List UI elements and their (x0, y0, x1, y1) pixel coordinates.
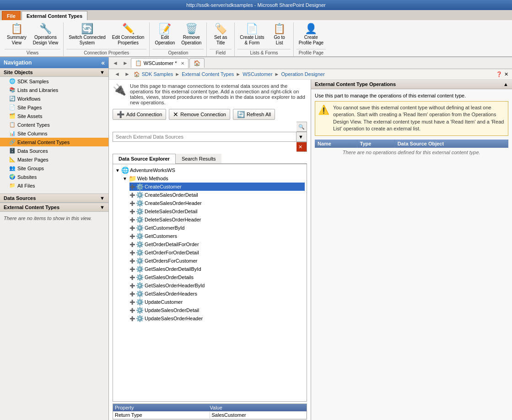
go-to-list-icon: 📋 (273, 24, 286, 34)
sidebar-item-label: Workflows (17, 96, 41, 102)
ext-content-types-section-header[interactable]: External Content Types ▼ (0, 203, 108, 212)
tree-web-methods[interactable]: ▼ 📁 Web Methods (122, 174, 305, 183)
remove-connection-btn[interactable]: ✕ Remove Connection (169, 109, 230, 120)
tree-create-customer-label: CreateCustomer (145, 184, 182, 189)
breadcrumb-external-content-types[interactable]: External Content Types (182, 71, 234, 77)
sidebar-item-all-files[interactable]: 📁 All Files (0, 181, 108, 190)
sidebar-collapse-btn[interactable]: « (101, 59, 105, 66)
breadcrumb-sdk-samples[interactable]: SDK Samples (142, 71, 173, 77)
wscustomer-tab-close[interactable]: ✕ (181, 61, 184, 66)
sidebar-item-external-content-types[interactable]: 🔗 External Content Types (0, 138, 108, 146)
data-sources-section-header[interactable]: Data Sources ▼ (0, 194, 108, 203)
tree-item-update-sales-order-header[interactable]: ➕ ⚙️ UpdateSalesOrderHeader (129, 314, 305, 323)
tree-create-customer-toggle[interactable]: ➕ (129, 184, 135, 189)
sidebar-item-lists-libraries[interactable]: 📚 Lists and Libraries (0, 86, 108, 94)
breadcrumb-operation-designer[interactable]: Operation Designer (281, 71, 325, 77)
btn-go-to-list[interactable]: 📋 Go toList (269, 22, 291, 47)
title-text: http://ssdk-server/sdksamples - Microsof… (186, 2, 325, 8)
sidebar-item-master-pages[interactable]: 📐 Master Pages (0, 155, 108, 164)
search-dropdown-btn[interactable]: ▼ (296, 132, 307, 142)
switch-connected-icon: 🔄 (81, 24, 93, 34)
sidebar-item-site-pages[interactable]: 📄 Site Pages (0, 103, 108, 112)
site-objects-header[interactable]: Site Objects ▼ (0, 68, 108, 77)
tree-item-create-customer[interactable]: ➕ ⚙️ CreateCustomer (129, 183, 305, 191)
tree-item-delete-sales-order-detail[interactable]: ➕ ⚙️ DeleteSalesOrderDetail (129, 207, 305, 215)
tree-item-create-sales-order-header[interactable]: ➕ ⚙️ CreateSalesOrderHeader (129, 199, 305, 207)
tree-toggle[interactable]: ➕ (129, 193, 135, 198)
tab-home[interactable]: 🏠 (189, 58, 205, 68)
sidebar-item-sdk-samples[interactable]: 🌐 SDK Samples (0, 77, 108, 86)
sidebar-item-site-columns[interactable]: 📊 Site Columns (0, 129, 108, 138)
tree-item-get-customer-by-id[interactable]: ➕ ⚙️ GetCustomerById (129, 224, 305, 232)
tree-item-update-customer[interactable]: ➕ ⚙️ UpdateCustomer (129, 298, 305, 306)
btn-set-as-title[interactable]: 🏷️ Set asTitle (210, 22, 232, 47)
btn-create-lists-form[interactable]: 📄 Create Lists& Form (237, 22, 266, 47)
tree-root-toggle[interactable]: ▼ (115, 168, 120, 173)
wscustomer-tab-icon: 📋 (135, 60, 142, 66)
tree-item-get-order-detail-for-order[interactable]: ➕ ⚙️ GetOrderDetailForOrder (129, 240, 305, 248)
data-sources-title: Data Sources (4, 195, 36, 201)
tab-data-source-explorer[interactable]: Data Source Explorer (113, 154, 176, 164)
btn-edit-connection[interactable]: ✏️ Edit ConnectionProperties (110, 22, 147, 47)
btn-operations-design-view[interactable]: 🔧 OperationsDesign View (31, 22, 60, 47)
subsites-icon: 🌍 (9, 174, 16, 180)
tree-item-get-order-for-order-detail[interactable]: ➕ ⚙️ GetOrderForOrderDetail (129, 248, 305, 257)
search-clear-btn[interactable]: ✕ (296, 142, 307, 152)
tree-web-methods-toggle[interactable]: ▼ (122, 176, 128, 181)
summary-view-icon: 📋 (11, 24, 23, 34)
ops-table-header-name: Name (315, 140, 357, 148)
add-connection-label: Add Connection (126, 112, 162, 117)
refresh-all-btn[interactable]: 🔄 Refresh All (233, 109, 275, 120)
ribbon-group-connection-label: Connection Properties (66, 49, 146, 55)
breadcrumb-forward[interactable]: ► (123, 70, 132, 78)
tree-item-get-sales-order-headers[interactable]: ➕ ⚙️ GetSalesOrderHeaders (129, 290, 305, 298)
search-input[interactable] (113, 132, 296, 142)
nav-back[interactable]: ◄ (111, 59, 120, 67)
right-panel-expand-icon[interactable]: ▲ (503, 81, 508, 87)
tree-item-create-sales-order-detail[interactable]: ➕ ⚙️ CreateSalesOrderDetail (129, 191, 305, 199)
tree-item-delete-sales-order-header[interactable]: ➕ ⚙️ DeleteSalesOrderHeader (129, 215, 305, 224)
btn-summary-view[interactable]: 📋 SummaryView (5, 22, 29, 47)
sidebar-item-workflows[interactable]: 🔄 Workflows (0, 94, 108, 103)
breadcrumb-help-icon[interactable]: ❓ (496, 71, 502, 77)
breadcrumb-wscustomer[interactable]: WSCustomer (243, 71, 272, 77)
tree-root[interactable]: ▼ 🌐 AdventureWorksWS (115, 166, 305, 174)
tree-item-get-sales-order-details[interactable]: ➕ ⚙️ GetSalesOrderDetails (129, 273, 305, 281)
warning-icon: ⚠️ (318, 104, 329, 133)
sidebar-item-site-assets[interactable]: 🗂️ Site Assets (0, 112, 108, 120)
search-btn[interactable]: 🔍 (296, 122, 307, 132)
nav-forward[interactable]: ► (121, 59, 130, 67)
tree-item-get-sales-order-header-by-id[interactable]: ➕ ⚙️ GetSalesOrderHeaderById (129, 281, 305, 290)
data-sources-icon: 🗄️ (9, 148, 16, 154)
tree-item-get-customers[interactable]: ➕ ⚙️ GetCustomers (129, 232, 305, 240)
sidebar-item-site-groups[interactable]: 👥 Site Groups (0, 164, 108, 172)
breadcrumb-close-icon[interactable]: ✕ (504, 71, 508, 77)
ribbon-group-profile-label: Profile Page (296, 49, 326, 55)
sidebar-item-label: SDK Samples (17, 79, 49, 84)
btn-summary-view-label: SummaryView (7, 35, 27, 46)
sidebar-item-data-sources[interactable]: 🗄️ Data Sources (0, 146, 108, 155)
tab-wscustomer[interactable]: 📋 WSCustomer * ✕ (131, 58, 189, 68)
master-pages-icon: 📐 (9, 156, 16, 162)
breadcrumb-back[interactable]: ◄ (113, 70, 122, 78)
btn-edit-operation[interactable]: 📝 EditOperation (152, 22, 177, 47)
edit-operation-icon: 📝 (159, 24, 171, 34)
all-files-icon: 📁 (9, 183, 16, 188)
external-content-types-icon: 🔗 (9, 139, 16, 145)
btn-remove-operation[interactable]: 🗑️ RemoveOperation (179, 22, 204, 47)
sidebar-item-subsites[interactable]: 🌍 Subsites (0, 172, 108, 181)
sidebar-item-content-types[interactable]: 📋 Content Types (0, 120, 108, 129)
tree-item-update-sales-order-detail[interactable]: ➕ ⚙️ UpdateSalesOrderDetail (129, 306, 305, 314)
ext-content-types-expand-icon: ▼ (100, 205, 105, 210)
add-connection-btn[interactable]: ➕ Add Connection (113, 109, 166, 120)
tree-item-get-orders-for-customer[interactable]: ➕ ⚙️ GetOrdersForCustomer (129, 257, 305, 265)
tab-search-results[interactable]: Search Results (176, 154, 222, 163)
btn-switch-connected[interactable]: 🔄 Switch ConnectedSystem (66, 22, 108, 47)
tree-label: CreateSalesOrderDetail (145, 192, 198, 198)
tree-item-get-sales-order-detail-by-id[interactable]: ➕ ⚙️ GetSalesOrderDetailById (129, 265, 305, 273)
add-connection-icon: ➕ (117, 111, 124, 118)
btn-create-profile-page[interactable]: 👤 CreateProfile Page (296, 22, 326, 47)
sidebar-item-label: Subsites (17, 174, 37, 180)
tab-external-content-types[interactable]: External Content Types (22, 11, 87, 20)
tab-file[interactable]: File (2, 11, 21, 20)
